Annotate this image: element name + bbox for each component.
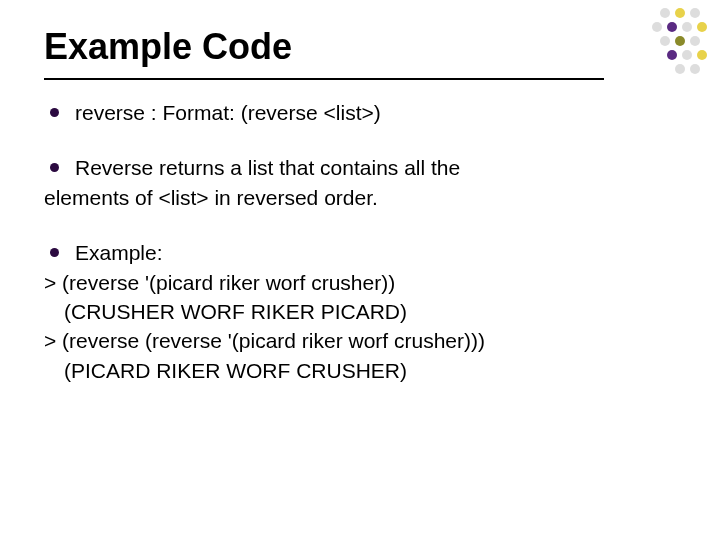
slide-title: Example Code [44,26,676,68]
dot-icon [690,36,700,46]
bullet-icon [50,108,59,117]
dot-icon [682,22,692,32]
dot-icon [667,22,677,32]
dot-icon [652,22,662,32]
list-item: reverse : Format: (reverse <list>) [44,98,676,127]
bullet-text: Reverse returns a list that contains all… [75,153,676,182]
bullet-text: Example: [75,238,676,267]
dot-icon [675,36,685,46]
bullet-icon [50,248,59,257]
dot-icon [660,36,670,46]
bullet-icon [50,163,59,172]
dot-icon [697,50,707,60]
dot-icon [660,8,670,18]
dot-icon [675,8,685,18]
bullet-continuation: elements of <list> in reversed order. [44,183,676,212]
title-area: Example Code [44,26,676,74]
code-line: > (reverse '(picard riker worf crusher)) [44,268,676,297]
code-output: (PICARD RIKER WORF CRUSHER) [64,356,676,385]
slide-body: reverse : Format: (reverse <list>) Rever… [44,98,676,385]
dot-icon [697,22,707,32]
dot-icon [667,50,677,60]
list-item: Reverse returns a list that contains all… [44,153,676,182]
bullet-block-1: reverse : Format: (reverse <list>) [44,98,676,127]
decorative-dot-cluster [620,8,710,88]
dot-icon [675,64,685,74]
dot-icon [682,50,692,60]
code-output: (CRUSHER WORF RIKER PICARD) [64,297,676,326]
dot-icon [690,64,700,74]
list-item: Example: [44,238,676,267]
code-line: > (reverse (reverse '(picard riker worf … [44,326,676,355]
slide: Example Code reverse : Format: (reverse … [0,0,720,540]
title-underline [44,78,604,80]
bullet-block-3: Example: > (reverse '(picard riker worf … [44,238,676,385]
dot-icon [690,8,700,18]
bullet-block-2: Reverse returns a list that contains all… [44,153,676,212]
bullet-text: reverse : Format: (reverse <list>) [75,98,676,127]
